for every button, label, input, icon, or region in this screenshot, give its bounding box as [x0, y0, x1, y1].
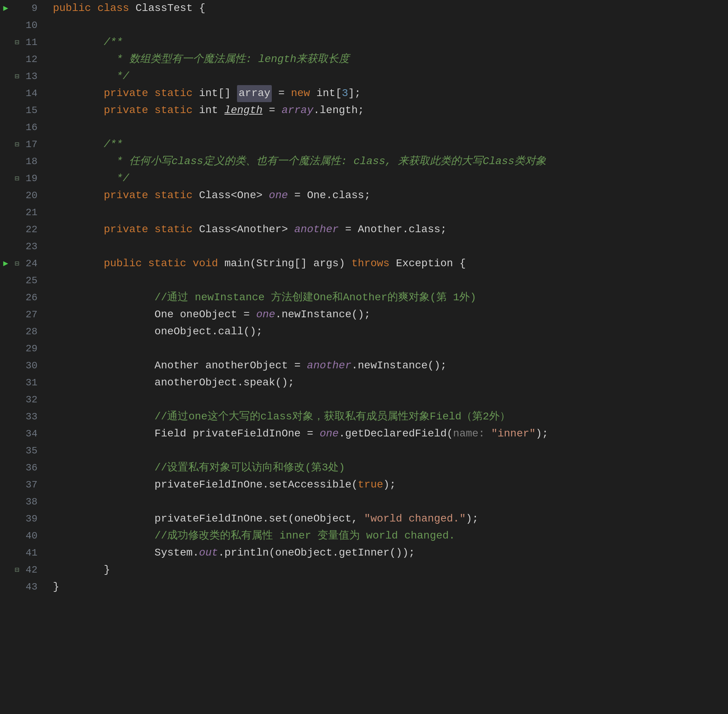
token-static-22: static — [155, 221, 193, 238]
token-true-37: true — [358, 477, 383, 494]
indent-14 — [53, 85, 104, 102]
gutter-row-35: 35 — [0, 442, 45, 459]
token-comment-18b: class — [172, 153, 203, 170]
code-line-37: privateFieldInOne.setAccessible( true ); — [53, 477, 728, 494]
code-line-29 — [53, 340, 728, 357]
token-static-15: static — [155, 102, 193, 119]
token-another-30: another — [307, 357, 352, 374]
line-num-11: 11 — [23, 35, 43, 51]
code-line-20: private static Class<One> one = One.clas… — [53, 187, 728, 204]
token-comment-36: //设置私有对象可以访向和修改(第3处) — [155, 459, 345, 477]
gutter-row-28: 28 — [0, 323, 45, 340]
gutter-row-12: 12 — [0, 51, 45, 68]
gutter-row-13: ⊟ 13 — [0, 68, 45, 85]
gutter-row-31: 31 — [0, 374, 45, 391]
line-num-41: 41 — [23, 545, 43, 561]
token-comment-12a: * 数组类型有一个魔法属性: — [110, 51, 258, 68]
token-public-24: public — [104, 255, 142, 272]
line-num-15: 15 — [23, 103, 43, 119]
code-line-28: oneObject.call(); — [53, 323, 728, 340]
gutter-row-36: 36 — [0, 459, 45, 477]
line-num-10: 10 — [23, 18, 43, 34]
line-num-38: 38 — [23, 494, 43, 510]
token-classname-9: ClassTest { — [129, 0, 206, 17]
indent-13 — [53, 68, 110, 85]
code-line-34: Field privateFieldInOne = one .getDeclar… — [53, 425, 728, 442]
fold-19[interactable]: ⊟ — [11, 173, 23, 185]
indent-19 — [53, 170, 110, 187]
code-line-13: */ — [53, 68, 728, 85]
token-newinstance-27: .newInstance(); — [275, 306, 370, 323]
line-num-32: 32 — [23, 392, 43, 408]
token-comment-18g: 类对象 — [514, 153, 546, 170]
token-class-22: Class<Another> — [193, 221, 294, 238]
fold-17[interactable]: ⊟ — [11, 139, 23, 151]
indent-27 — [53, 306, 155, 323]
token-throws-24: throws — [352, 255, 390, 272]
code-line-16 — [53, 119, 728, 136]
indent-41 — [53, 545, 155, 562]
line-num-21: 21 — [23, 205, 43, 221]
token-field-34: Field privateFieldInOne = — [155, 425, 320, 442]
token-space-14a — [148, 85, 155, 102]
token-close-34: ); — [536, 425, 548, 442]
line-num-40: 40 — [23, 528, 43, 544]
token-eq-22: = Another.class; — [339, 221, 447, 238]
gutter-row-38: 38 — [0, 494, 45, 511]
token-static-24: static — [148, 255, 186, 272]
fold-24[interactable]: ⊟ — [11, 258, 23, 270]
fold-42[interactable]: ⊟ — [11, 564, 23, 576]
token-private-14: private — [104, 85, 148, 102]
line-num-23: 23 — [23, 239, 43, 255]
gutter-row-16: 16 — [0, 119, 45, 136]
line-num-24: 24 — [23, 256, 43, 272]
line-num-28: 28 — [23, 324, 43, 340]
code-line-24: public static void main(String[] args) t… — [53, 255, 728, 272]
token-comment-18a: * 任何小写 — [110, 153, 171, 170]
line-num-17: 17 — [23, 137, 43, 153]
token-static-14: static — [155, 85, 193, 102]
line-num-37: 37 — [23, 477, 43, 493]
gutter-row-33: 33 — [0, 408, 45, 425]
token-one-27: one — [256, 306, 275, 323]
gutter-row-41: 41 — [0, 545, 45, 562]
indent-12 — [53, 51, 110, 68]
fold-11[interactable]: ⊟ — [11, 37, 23, 49]
code-line-43: } — [53, 579, 728, 596]
gutter-row-39: 39 — [0, 511, 45, 528]
line-num-39: 39 — [23, 511, 43, 527]
token-space-15 — [148, 102, 155, 119]
run-marker-24[interactable]: ▶ — [0, 257, 11, 270]
gutter-row-42: ⊟ 42 — [0, 562, 45, 579]
gutter-row-40: 40 — [0, 528, 45, 545]
token-one-20: one — [269, 187, 288, 204]
token-private-15: private — [104, 102, 148, 119]
gutter-row-27: 27 — [0, 306, 45, 323]
code-content: public class ClassTest { /** * 数组类型有一个魔法… — [45, 0, 728, 714]
gutter-row-22: 22 — [0, 221, 45, 238]
line-num-9: 9 — [23, 1, 43, 17]
code-line-15: private static int length = array .lengt… — [53, 102, 728, 119]
token-comment-40: //成功修改类的私有属性 inner 变量值为 world changed. — [155, 528, 455, 545]
token-println-41: .println(oneObject.getInner()); — [218, 545, 415, 562]
token-class-9: class — [98, 0, 129, 17]
token-comment-11: /** — [104, 34, 122, 51]
token-call-28: oneObject.call(); — [155, 323, 263, 340]
gutter-row-14: 14 — [0, 85, 45, 102]
token-namehint-34: name: — [453, 425, 485, 442]
token-speak-31: anotherObject.speak(); — [155, 374, 294, 391]
run-marker-9[interactable]: ▶ — [0, 2, 11, 15]
token-space-22 — [148, 221, 155, 238]
token-space-24 — [142, 255, 148, 272]
token-setaccessible-37: privateFieldInOne.setAccessible( — [155, 477, 358, 494]
line-num-16: 16 — [23, 120, 43, 136]
token-private-20: private — [104, 187, 148, 204]
token-class-20: Class<One> — [193, 187, 269, 204]
fold-13[interactable]: ⊟ — [11, 71, 23, 83]
token-brace-43: } — [53, 579, 59, 596]
code-line-12: * 数组类型有一个魔法属性: length 来获取长度 — [53, 51, 728, 68]
indent-30 — [53, 357, 155, 374]
token-comment-18c: 定义的类、也有一个魔法属性: — [203, 153, 354, 170]
gutter-row-15: 15 — [0, 102, 45, 119]
line-num-12: 12 — [23, 52, 43, 68]
